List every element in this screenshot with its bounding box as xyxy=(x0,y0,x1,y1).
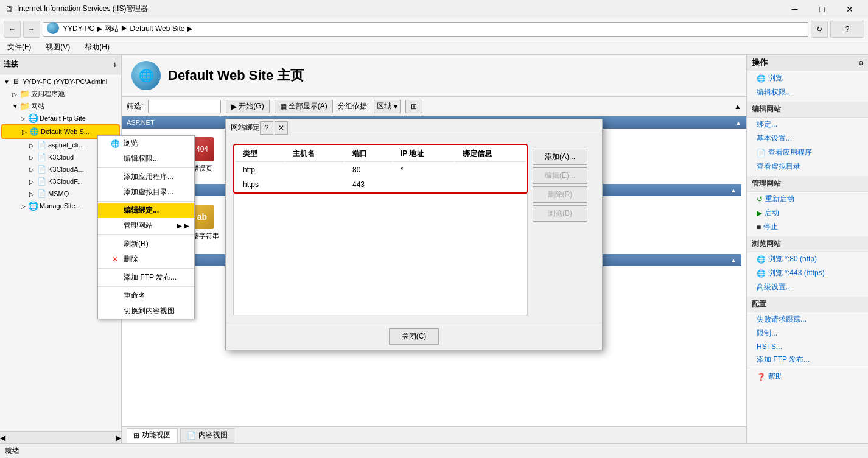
table-row[interactable]: https 443 xyxy=(236,178,525,191)
right-panel-hsts[interactable]: HSTS... xyxy=(747,340,868,353)
table-row[interactable]: http 80 * xyxy=(236,163,525,177)
maximize-button[interactable]: □ xyxy=(808,0,836,18)
forward-button[interactable]: → xyxy=(23,21,40,38)
right-panel-title: 操作 xyxy=(752,57,768,68)
filter-showall-button[interactable]: ▦ 全部显示(A) xyxy=(275,100,333,113)
nav-toolbar: ← → YYDY-PC ▶ 网站 ▶ Default Web Site ▶ ↻ … xyxy=(0,18,868,40)
dialog-close-button[interactable]: 关闭(C) xyxy=(389,328,439,345)
context-menu-refresh-label: 刷新(R) xyxy=(124,239,149,249)
aspnetcli-icon: 📄 xyxy=(37,140,46,150)
context-menu-delete[interactable]: ✕ 删除 xyxy=(98,252,194,267)
context-menu-rename-label: 重命名 xyxy=(124,291,145,301)
minimize-button[interactable]: ─ xyxy=(781,0,808,18)
breadcrumb-text: YYDY-PC ▶ 网站 ▶ Default Web Site ▶ xyxy=(63,24,192,34)
context-menu-edit-bindings-label: 编辑绑定... xyxy=(124,205,159,216)
features-icon: ⊞ xyxy=(133,431,139,440)
submenu-arrow-icon: ▶ xyxy=(177,222,182,229)
right-panel-browse[interactable]: 🌐 浏览 xyxy=(747,71,868,85)
right-panel-browse-80[interactable]: 🌐 浏览 *:80 (http) xyxy=(747,252,868,266)
context-menu-add-ftp[interactable]: 添加 FTP 发布... xyxy=(98,270,194,285)
context-menu-rename[interactable]: 重命名 xyxy=(98,288,194,303)
menu-file[interactable]: 文件(F) xyxy=(5,41,33,54)
add-app-menu-icon xyxy=(110,172,120,182)
defaultweb-icon: 🌐 xyxy=(29,127,39,136)
help-nav-button[interactable]: ? xyxy=(830,21,864,38)
context-menu-add-vdir[interactable]: 添加虚拟目录... xyxy=(98,185,194,200)
context-menu-refresh[interactable]: 刷新(R) xyxy=(98,236,194,252)
tree-arrow-msmq: ▷ xyxy=(29,191,37,197)
filter-input[interactable] xyxy=(148,100,221,113)
col-binding: 绑定信息 xyxy=(455,146,525,162)
back-button[interactable]: ← xyxy=(4,21,21,38)
row1-ip: * xyxy=(393,163,454,177)
dialog-browse-button[interactable]: 浏览(B) xyxy=(533,205,587,222)
tab-content[interactable]: 📄 内容视图 xyxy=(180,428,234,443)
close-button[interactable]: ✕ xyxy=(836,0,863,18)
tree-arrow-managesite: ▷ xyxy=(21,203,28,210)
right-panel-header: 操作 ⊕ xyxy=(747,55,868,71)
dialog-edit-button[interactable]: 编辑(E)... xyxy=(533,167,587,184)
sidebar-managesite-label: ManageSite... xyxy=(40,202,81,210)
tab-features[interactable]: ⊞ 功能视图 xyxy=(127,428,178,443)
dialog-help-button[interactable]: ? xyxy=(260,121,273,135)
k3cloud-icon: 📄 xyxy=(37,152,46,162)
add-ftp-label: 添加 FTP 发布... xyxy=(757,354,810,365)
sidebar-item-ftp[interactable]: ▷ 🌐 Default Ftp Site xyxy=(1,112,120,124)
iis-collapse-icon[interactable]: ▲ xyxy=(730,187,737,194)
mgmt-collapse-icon[interactable]: ▲ xyxy=(730,257,737,264)
browse-80-icon: 🌐 xyxy=(757,255,766,264)
right-panel-add-ftp[interactable]: 添加 FTP 发布... xyxy=(747,353,868,367)
context-menu-add-app[interactable]: 添加应用程序... xyxy=(98,169,194,185)
tree-arrow-aspnetcli: ▷ xyxy=(29,142,37,149)
context-menu-browse[interactable]: 🌐 浏览 xyxy=(98,136,194,151)
dialog-remove-button[interactable]: 删除(R) xyxy=(533,186,587,203)
section-edit-site: 编辑网站 xyxy=(747,102,868,118)
dialog-controls: ? ✕ xyxy=(260,121,288,135)
aspnet-collapse-icon[interactable]: ▲ xyxy=(735,119,741,126)
right-panel-collapse-icon[interactable]: ⊕ xyxy=(858,60,863,66)
context-menu-edit-bindings[interactable]: 编辑绑定... xyxy=(98,203,194,218)
sidebar-item-sites[interactable]: ▼ 📁 网站 xyxy=(1,100,120,112)
sidebar-scroll-arrow-right[interactable]: ▶ xyxy=(116,434,121,442)
browse-80-label: 浏览 *:80 (http) xyxy=(768,254,817,264)
menu-view[interactable]: 视图(V) xyxy=(43,41,72,54)
right-panel-start[interactable]: ▶ 启动 xyxy=(747,206,868,220)
advanced-settings-label: 高级设置... xyxy=(757,282,792,292)
right-panel-basic-settings[interactable]: 基本设置... xyxy=(747,132,868,146)
right-panel-bindings[interactable]: 绑定... xyxy=(747,118,868,132)
sidebar-aspnetcli-label: aspnet_cli... xyxy=(48,141,84,149)
menubar: 文件(F) 视图(V) 帮助(H) xyxy=(0,40,868,55)
right-panel-view-apps[interactable]: 📄 查看应用程序 xyxy=(747,146,868,160)
row2-hostname xyxy=(285,178,344,191)
menu-help[interactable]: 帮助(H) xyxy=(82,41,112,54)
filter-grid-button[interactable]: ⊞ xyxy=(405,100,422,113)
dialog-add-button[interactable]: 添加(A)... xyxy=(533,149,587,165)
right-panel-browse-443[interactable]: 🌐 浏览 *:443 (https) xyxy=(747,266,868,280)
right-panel-failed-requests[interactable]: 失败请求跟踪... xyxy=(747,312,868,326)
right-panel-stop[interactable]: ■ 停止 xyxy=(747,220,868,234)
filter-start-button[interactable]: ▶ 开始(G) xyxy=(226,100,269,113)
content-scroll-up[interactable]: ▲ xyxy=(734,102,741,111)
filter-group-dropdown[interactable]: 区域 ▾ xyxy=(374,100,401,113)
right-panel-advanced-settings[interactable]: 高级设置... xyxy=(747,280,868,294)
dialog-close-x-button[interactable]: ✕ xyxy=(275,121,288,135)
right-panel-restart[interactable]: ↺ 重新启动 xyxy=(747,192,868,206)
filter-start-icon: ▶ xyxy=(231,102,237,111)
right-panel-view-vdirs[interactable]: 查看虚拟目录 xyxy=(747,160,868,174)
row1-port: 80 xyxy=(345,163,392,177)
sidebar-item-server[interactable]: ▼ 🖥 YYDY-PC (YYDY-PC\Admini xyxy=(1,76,120,88)
right-panel: 操作 ⊕ 🌐 浏览 编辑权限... 编辑网站 绑定... 基本设置... 📄 查… xyxy=(746,55,868,443)
context-menu-edit-permissions[interactable]: 编辑权限... xyxy=(98,151,194,166)
sidebar-scroll-arrow-left[interactable]: ◀ xyxy=(0,434,5,442)
right-panel-help[interactable]: ❓ 帮助 xyxy=(747,370,868,384)
context-menu-switch-content-label: 切换到内容视图 xyxy=(124,306,175,316)
view-vdirs-label: 查看虚拟目录 xyxy=(757,161,800,172)
context-menu-switch-content[interactable]: 切换到内容视图 xyxy=(98,303,194,319)
sidebar-add-button[interactable]: + xyxy=(113,60,117,69)
right-panel-edit-permissions[interactable]: 编辑权限... xyxy=(747,85,868,99)
sidebar-scrollbar[interactable]: ◀ ▶ xyxy=(0,431,121,443)
refresh-button[interactable]: ↻ xyxy=(811,21,828,38)
right-panel-limits[interactable]: 限制... xyxy=(747,326,868,340)
sidebar-item-apppool[interactable]: ▷ 📁 应用程序池 xyxy=(1,88,120,100)
context-menu-manage-site[interactable]: 管理网站 ▶ xyxy=(98,218,194,233)
